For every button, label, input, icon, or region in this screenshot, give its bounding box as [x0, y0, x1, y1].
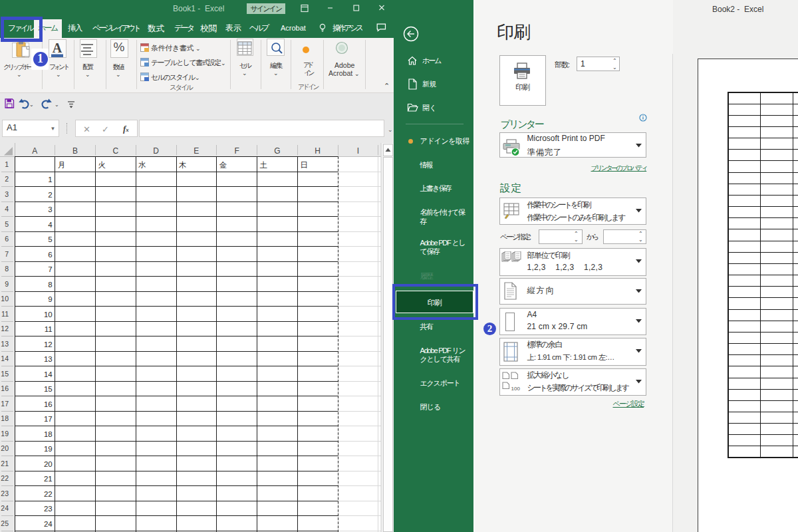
svg-text:14: 14	[44, 370, 53, 378]
svg-text:G: G	[274, 146, 280, 156]
svg-text:7: 7	[5, 250, 9, 258]
svg-text:20: 20	[1, 444, 9, 452]
svg-text:4: 4	[48, 221, 53, 229]
svg-text:5: 5	[5, 220, 9, 228]
svg-text:木: 木	[178, 161, 187, 169]
svg-text:14: 14	[1, 354, 9, 362]
svg-text:3: 3	[5, 190, 9, 198]
svg-text:19: 19	[44, 445, 53, 453]
svg-text:C: C	[113, 146, 119, 156]
svg-text:24: 24	[1, 504, 9, 512]
svg-text:13: 13	[1, 340, 9, 348]
svg-text:金: 金	[219, 161, 227, 169]
svg-text:7: 7	[48, 265, 52, 273]
svg-text:23: 23	[44, 505, 53, 513]
svg-text:21: 21	[1, 460, 9, 467]
svg-text:6: 6	[48, 251, 52, 259]
svg-text:F: F	[234, 146, 239, 156]
svg-text:8: 8	[5, 265, 9, 273]
svg-text:17: 17	[1, 400, 9, 408]
svg-text:火: 火	[98, 161, 106, 169]
svg-text:水: 水	[138, 161, 146, 169]
svg-text:I: I	[357, 146, 359, 156]
svg-text:24: 24	[44, 520, 53, 528]
svg-text:16: 16	[1, 384, 9, 392]
svg-text:20: 20	[44, 460, 53, 468]
svg-text:23: 23	[1, 489, 9, 497]
svg-text:8: 8	[48, 281, 52, 289]
svg-text:9: 9	[48, 295, 52, 303]
svg-text:⌄: ⌄	[55, 102, 59, 108]
svg-text:2: 2	[48, 191, 52, 199]
svg-text:17: 17	[44, 415, 53, 423]
svg-text:15: 15	[1, 370, 9, 378]
svg-text:10: 10	[44, 311, 53, 319]
svg-text:11: 11	[45, 325, 53, 333]
svg-text:100: 100	[511, 386, 521, 392]
svg-text:19: 19	[1, 430, 9, 438]
svg-text:3: 3	[48, 205, 52, 213]
svg-text:10: 10	[1, 295, 9, 303]
svg-text:6: 6	[5, 235, 9, 243]
svg-text:5: 5	[48, 235, 52, 243]
svg-text:土: 土	[260, 161, 268, 169]
svg-text:月: 月	[58, 161, 66, 169]
svg-text:A: A	[32, 146, 37, 156]
svg-text:E: E	[194, 146, 199, 156]
svg-text:16: 16	[44, 400, 53, 408]
svg-text:22: 22	[1, 474, 9, 482]
svg-text:12: 12	[1, 325, 9, 332]
svg-text:18: 18	[44, 430, 53, 438]
svg-text:1: 1	[5, 160, 9, 168]
svg-text:A: A	[53, 41, 63, 55]
svg-text:D: D	[153, 146, 159, 156]
svg-text:4: 4	[5, 205, 9, 213]
svg-text:18: 18	[1, 414, 9, 422]
svg-text:11: 11	[1, 310, 9, 318]
svg-text:1: 1	[48, 176, 52, 184]
svg-text:日: 日	[300, 161, 308, 169]
svg-text:25: 25	[1, 519, 9, 527]
svg-text:B: B	[72, 146, 78, 156]
svg-text:13: 13	[44, 355, 53, 363]
svg-text:22: 22	[44, 490, 53, 498]
svg-text:15: 15	[44, 385, 53, 393]
svg-text:2: 2	[5, 175, 9, 183]
svg-text:⌄: ⌄	[29, 102, 34, 108]
svg-text:H: H	[315, 146, 321, 156]
svg-text:21: 21	[44, 475, 53, 483]
svg-text:12: 12	[44, 340, 53, 348]
svg-text:9: 9	[5, 280, 9, 288]
